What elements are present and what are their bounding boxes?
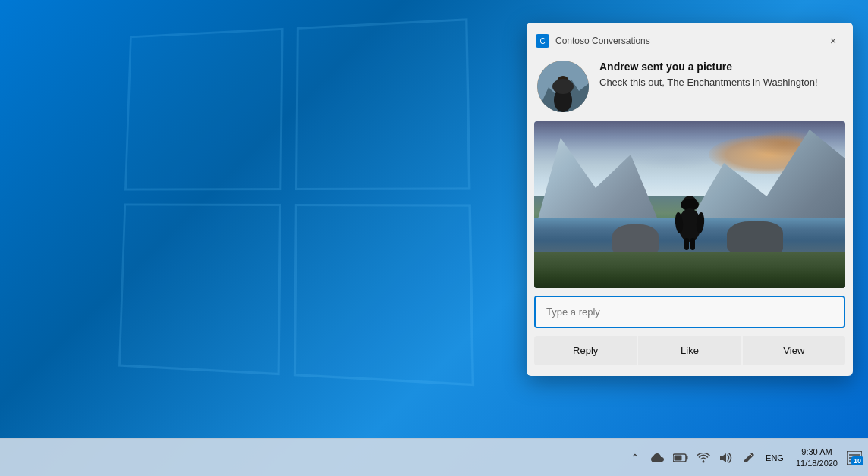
notification-header: C Contoso Conversations × [527,23,853,58]
system-clock[interactable]: 9:30 AM 11/18/2020 [796,446,838,468]
svg-marker-18 [720,453,726,462]
message-text-block: Andrew sent you a picture Check this out… [599,61,842,89]
windows-logo [114,23,463,371]
volume-icon[interactable] [717,449,735,467]
notification-body: Check this out, The Enchantments in Wash… [599,76,842,89]
ground-layer [534,252,845,288]
rock-right [727,221,783,255]
view-button[interactable]: View [743,336,845,365]
reply-button[interactable]: Reply [534,336,637,365]
battery-icon[interactable] [671,449,690,467]
win-pane-2 [295,18,470,190]
svg-rect-15 [675,455,682,460]
win-pane-1 [124,28,283,191]
close-button[interactable]: × [822,30,844,52]
svg-text:C: C [539,37,545,45]
notification-popup: C Contoso Conversations × Andrew sent yo… [527,23,853,376]
reply-input[interactable] [534,296,845,328]
like-button[interactable]: Like [638,336,741,365]
action-buttons: Reply Like View [534,336,845,365]
notification-badge: 10 [851,456,863,465]
app-icon: C [536,34,549,48]
language-indicator[interactable]: ENG [763,449,787,467]
win-pane-4 [294,204,474,386]
cloud-icon[interactable] [649,449,667,467]
reply-area [534,296,845,328]
svg-rect-12 [684,238,689,250]
date-display: 11/18/2020 [796,458,838,468]
person-silhouette [675,191,705,255]
win-pane-3 [118,204,281,376]
svg-point-6 [552,79,574,94]
notification-center-button[interactable]: 10 [847,449,862,467]
avatar [537,61,589,112]
svg-rect-13 [690,238,695,250]
notification-content: Andrew sent you a picture Check this out… [527,58,853,121]
notification-title: Andrew sent you a picture [599,61,842,73]
time-display: 9:30 AM [801,446,832,457]
taskbar: ⌃ [0,438,868,476]
wifi-icon[interactable] [694,449,712,467]
app-name: Contoso Conversations [555,36,822,46]
pen-icon[interactable] [740,449,758,467]
svg-rect-16 [686,456,688,459]
chevron-up-icon[interactable]: ⌃ [626,449,644,467]
taskbar-right: ⌃ [626,446,862,468]
notification-image [534,121,845,288]
svg-point-17 [703,460,705,462]
rock-left [612,224,659,255]
